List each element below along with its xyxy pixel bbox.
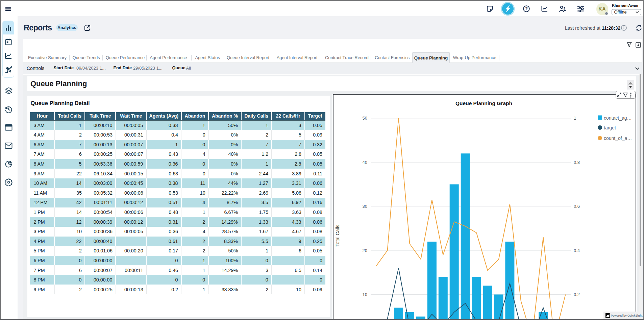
svg-text:contact_ag…: contact_ag… (604, 115, 632, 120)
svg-text:0.8: 0.8 (574, 159, 580, 165)
svg-text:?: ? (525, 6, 528, 11)
svg-text:10: 10 (363, 292, 367, 297)
svg-text:target: target (604, 125, 616, 130)
svg-text:count_of_a…: count_of_a… (604, 135, 632, 141)
svg-text:40: 40 (363, 159, 367, 165)
svg-text:20: 20 (363, 248, 367, 253)
svg-text:1: 1 (574, 116, 576, 121)
svg-text:50: 50 (363, 116, 367, 121)
svg-text:30: 30 (363, 204, 367, 209)
svg-text:Queue Planning Graph: Queue Planning Graph (455, 100, 512, 106)
svg-text:0.6: 0.6 (574, 204, 580, 209)
svg-text:0.2: 0.2 (574, 292, 580, 297)
svg-text:Total Calls: Total Calls (335, 225, 340, 247)
svg-text:0.4: 0.4 (574, 248, 580, 253)
